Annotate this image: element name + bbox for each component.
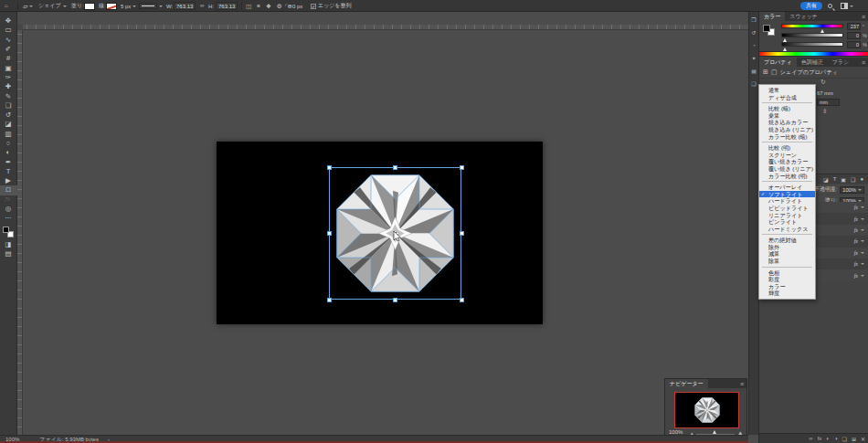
group-layers-icon[interactable]: ❏ — [842, 436, 847, 442]
link-dimensions-icon[interactable]: ∞ — [200, 0, 204, 12]
marquee-tool[interactable]: ▭ — [0, 26, 17, 35]
blend-mode-item[interactable]: 差の絶対値 — [759, 237, 815, 244]
link-layers-icon[interactable]: ∞ — [809, 436, 812, 441]
path-operations-icon[interactable]: ◫ — [246, 0, 251, 12]
path-alignment-icon[interactable]: ≡ — [257, 0, 260, 12]
collapsed-panel-icon-4[interactable]: ✦ — [751, 56, 756, 61]
collapsed-panel-icon-3[interactable]: ◔ — [752, 43, 756, 48]
brightness-value-field[interactable]: 0 — [847, 41, 861, 48]
history-brush-tool[interactable]: ↺ — [0, 111, 17, 120]
blend-mode-item[interactable]: 輝度 — [759, 290, 815, 297]
blend-mode-item[interactable]: 除外 — [759, 244, 815, 251]
transform-handle-e[interactable] — [460, 231, 464, 236]
blend-mode-item[interactable]: 除算 — [759, 258, 815, 265]
navigator-menu-icon[interactable]: ≡ — [740, 381, 744, 387]
blend-mode-item[interactable]: リニアライト — [759, 212, 815, 219]
blend-mode-item[interactable]: 比較 (暗) — [759, 105, 815, 112]
filter-type-layers-icon[interactable]: T — [833, 176, 837, 182]
lasso-tool[interactable]: ∿ — [0, 36, 17, 45]
blend-mode-item[interactable]: ピンライト — [759, 218, 815, 226]
blend-mode-item[interactable]: 減算 — [759, 250, 815, 258]
transform-handle-s[interactable] — [393, 298, 397, 302]
collapsed-panel-icon-1[interactable]: ❒ — [751, 17, 756, 23]
tab-color[interactable]: カラー — [759, 12, 785, 21]
transform-handle-se[interactable] — [460, 298, 464, 302]
blur-tool[interactable]: ○ — [0, 139, 17, 148]
adjustment-layer-icon[interactable]: ◑ — [834, 436, 838, 441]
path-arrangement-icon[interactable]: ❖ — [266, 0, 271, 12]
blend-mode-item[interactable] — [762, 142, 812, 142]
dodge-tool[interactable]: ◐ — [0, 148, 17, 157]
blend-mode-item[interactable]: 焼き込み (リニア) — [759, 126, 815, 133]
navigator-proxy-view[interactable] — [674, 392, 739, 428]
stroke-width-field[interactable]: 5 px — [121, 0, 136, 12]
transform-handle-sw[interactable] — [327, 298, 332, 302]
collapsed-panel-icon-6[interactable]: ❏ — [751, 81, 756, 87]
blend-mode-item[interactable]: 焼き込みカラー — [759, 119, 815, 126]
blend-mode-item[interactable]: スクリーン — [759, 152, 815, 159]
blend-mode-item[interactable]: 通常 — [759, 87, 815, 94]
home-icon[interactable]: ⌂ — [5, 0, 8, 12]
crop-tool[interactable]: # — [0, 54, 17, 63]
corner-radius-field[interactable]: 0 px — [292, 0, 302, 12]
hue-slider-handle[interactable] — [820, 29, 824, 33]
saturation-slider[interactable] — [781, 33, 843, 37]
layer-style-icon[interactable]: fx — [818, 436, 822, 441]
blend-mode-item[interactable] — [762, 267, 812, 268]
healing-brush-tool[interactable]: ✚ — [0, 82, 17, 91]
edit-toolbar-button[interactable]: ⋯ — [0, 214, 17, 223]
transform-handle-n[interactable] — [393, 165, 397, 170]
type-tool[interactable]: T — [0, 167, 17, 176]
tool-preset-icon[interactable]: ▱ — [23, 0, 33, 12]
brightness-slider-handle[interactable] — [783, 47, 787, 51]
filter-shape-layers-icon[interactable]: ▣ — [841, 176, 846, 183]
blend-mode-item[interactable]: 彩度 — [759, 276, 815, 283]
transform-handle-w[interactable] — [327, 231, 332, 236]
path-options-gear-icon[interactable]: ⚙ — [277, 0, 282, 12]
delete-layer-icon[interactable]: ✕ — [861, 436, 865, 442]
screen-mode-button[interactable]: ▤ — [0, 249, 17, 258]
fill-color-swatch[interactable] — [84, 0, 95, 12]
blend-mode-item[interactable]: カラー比較 (暗) — [759, 133, 815, 141]
brightness-slider[interactable] — [781, 42, 843, 47]
tab-swatches[interactable]: スウォッチ — [785, 12, 822, 21]
search-icon[interactable] — [828, 0, 832, 12]
hue-value-field[interactable]: 237 — [847, 23, 861, 30]
tab-adjustments[interactable]: 色調補正 — [797, 58, 828, 67]
blend-mode-item[interactable]: ハードライト — [759, 197, 815, 205]
collapsed-panel-icon-2[interactable]: ↺ — [751, 30, 756, 36]
frame-tool[interactable]: ▣ — [0, 63, 17, 72]
transform-handle-ne[interactable] — [460, 165, 464, 170]
sync-icon[interactable]: ↻ — [820, 79, 826, 86]
tab-properties[interactable]: プロパティ — [759, 58, 797, 67]
blend-mode-item[interactable] — [762, 181, 812, 182]
width-input[interactable]: 763.13 — [174, 2, 196, 10]
layer-mask-icon[interactable]: ◐ — [826, 436, 830, 441]
blend-mode-item[interactable]: カラー — [759, 283, 815, 290]
workspace-switcher[interactable] — [841, 0, 853, 12]
clone-stamp-tool[interactable]: ❏ — [0, 101, 17, 111]
color-spectrum-ramp[interactable] — [759, 51, 868, 57]
stroke-color-swatch[interactable] — [106, 0, 117, 12]
transform-handle-nw[interactable] — [327, 165, 332, 170]
new-layer-icon[interactable]: ⊞ — [852, 436, 856, 442]
color-panel-menu-icon[interactable]: ≡ — [862, 14, 865, 20]
filter-toggle-icon[interactable]: ● — [860, 176, 863, 182]
hue-slider[interactable] — [781, 24, 843, 28]
quick-mask-button[interactable]: ◨ — [0, 240, 17, 249]
blend-mode-item[interactable] — [762, 102, 812, 103]
stroke-style-select[interactable] — [139, 0, 163, 12]
blend-mode-item[interactable]: ディザ合成 — [759, 94, 815, 101]
unit-select[interactable]: mm — [817, 99, 840, 106]
shape-tool[interactable]: □ — [0, 185, 17, 195]
blend-mode-item[interactable]: 覆い焼きカラー — [759, 158, 815, 165]
navigator-zoom-slider-handle[interactable] — [713, 430, 716, 434]
blend-mode-item[interactable]: ビビッドライト — [759, 205, 815, 212]
foreground-color-swatch[interactable] — [3, 227, 9, 233]
share-button[interactable]: 共有 — [800, 2, 822, 10]
blend-mode-item[interactable]: オーバーレイ — [759, 184, 815, 191]
path-selection-tool[interactable]: ▶ — [0, 176, 17, 185]
blend-mode-item[interactable]: ハードミックス — [759, 226, 815, 233]
properties-panel-menu-icon[interactable]: ≡ — [862, 59, 865, 66]
foreground-background-swatches[interactable] — [2, 227, 16, 239]
